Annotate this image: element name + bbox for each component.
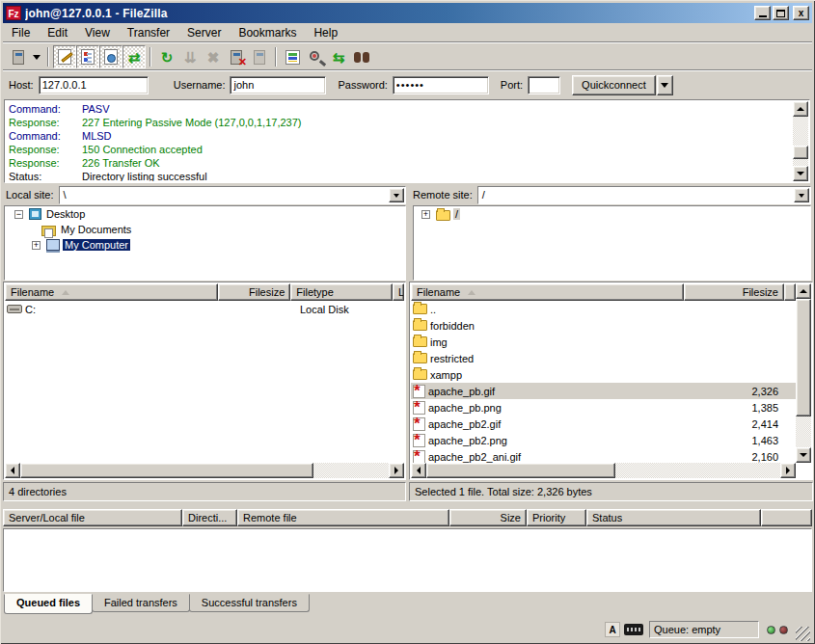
log-scrollbar[interactable]	[793, 101, 808, 181]
remote-file-row[interactable]: xampp	[411, 366, 796, 383]
column-priority[interactable]: Priority	[527, 509, 586, 526]
column-status[interactable]: Status	[586, 509, 761, 526]
scroll-right-button[interactable]	[780, 463, 796, 478]
column-last-modified[interactable]: L	[393, 283, 404, 301]
column-filename[interactable]: Filename	[5, 283, 218, 301]
remote-file-row[interactable]: apache_pb.png1,385	[411, 399, 796, 416]
arrow-down-icon	[797, 172, 804, 179]
encryption-indicator-icon	[624, 624, 643, 635]
menu-view[interactable]: View	[76, 25, 119, 40]
tab-successful-transfers[interactable]: Successful transfers	[189, 594, 310, 612]
quickconnect-button[interactable]: Quickconnect	[572, 75, 656, 95]
process-queue-button[interactable]: ⇊	[178, 45, 202, 68]
site-manager-dropdown-button[interactable]	[30, 45, 43, 68]
expand-icon[interactable]: +	[421, 210, 430, 219]
toggle-message-log-button[interactable]	[53, 45, 76, 68]
column-direction[interactable]: Directi...	[182, 509, 237, 526]
remote-file-row-selected[interactable]: apache_pb.gif2,326	[411, 383, 796, 399]
remote-list-vscrollbar[interactable]	[796, 283, 811, 463]
filesize: 2,414	[751, 418, 778, 430]
menu-file[interactable]: File	[3, 25, 39, 40]
scroll-up-button[interactable]	[796, 283, 811, 299]
toolbar-separator	[149, 47, 151, 67]
menu-help[interactable]: Help	[305, 25, 346, 40]
column-filename[interactable]: Filename	[411, 283, 684, 301]
cancel-button[interactable]: ✖	[202, 45, 225, 68]
image-file-icon	[413, 401, 425, 415]
column-size[interactable]: Size	[449, 509, 527, 526]
tab-queued-files[interactable]: Queued files	[4, 594, 93, 614]
remote-file-row[interactable]: forbidden	[411, 317, 796, 334]
remote-file-row[interactable]: img	[411, 334, 796, 350]
app-logo-icon[interactable]: Fz	[6, 6, 21, 20]
local-list-hscrollbar[interactable]	[5, 463, 404, 478]
tab-failed-transfers[interactable]: Failed transfers	[92, 594, 190, 612]
column-filler	[784, 283, 796, 301]
quickconnect-dropdown-button[interactable]	[657, 75, 673, 95]
host-input[interactable]	[39, 76, 149, 94]
refresh-button[interactable]: ↻	[155, 45, 178, 68]
quickconnect-bar: Host: Username: Password: Port: Quickcon…	[3, 73, 812, 96]
column-filesize[interactable]: Filesize	[218, 283, 290, 301]
toggle-transfer-queue-button[interactable]: ⇄	[122, 45, 146, 68]
filter-button[interactable]	[281, 45, 304, 68]
disconnect-button[interactable]: ✕	[225, 45, 248, 68]
port-label: Port:	[501, 79, 523, 91]
column-filetype[interactable]: Filetype	[290, 283, 393, 301]
titlebar: Fz john@127.0.0.1 - FileZilla x	[3, 3, 812, 23]
minimize-button[interactable]	[754, 6, 771, 20]
toolbar-separator-line	[3, 69, 812, 71]
refresh-icon: ↻	[161, 50, 174, 65]
remote-file-row[interactable]: apache_pb2.gif2,414	[411, 416, 796, 432]
queue-list[interactable]	[3, 528, 812, 592]
find-files-button[interactable]	[350, 45, 373, 68]
tree-item-root[interactable]: + /	[414, 206, 810, 222]
scrollbar-thumb[interactable]	[796, 299, 811, 416]
collapse-icon[interactable]: −	[14, 210, 23, 219]
remote-list-hscrollbar[interactable]	[411, 463, 796, 478]
local-file-row[interactable]: C: Local Disk	[5, 301, 404, 317]
remote-site-dropdown-button[interactable]	[794, 188, 809, 202]
close-button[interactable]: x	[793, 6, 809, 20]
local-site-combo[interactable]: \	[59, 186, 406, 204]
tree-item-my-documents[interactable]: My Documents	[5, 222, 405, 237]
scroll-down-button[interactable]	[796, 447, 811, 463]
menu-bookmarks[interactable]: Bookmarks	[230, 25, 305, 40]
scroll-down-button[interactable]	[793, 166, 808, 181]
scroll-left-button[interactable]	[5, 463, 20, 478]
remote-site-combo[interactable]: /	[477, 186, 811, 204]
scroll-up-button[interactable]	[793, 101, 808, 117]
scroll-right-button[interactable]	[389, 463, 404, 478]
toggle-remote-tree-button[interactable]	[99, 45, 122, 68]
tree-item-my-computer[interactable]: + My Computer	[5, 237, 405, 253]
toggle-local-tree-button[interactable]	[76, 45, 99, 68]
password-input[interactable]	[393, 76, 489, 94]
menu-server[interactable]: Server	[178, 25, 230, 40]
log-line: Command:MLSD	[9, 129, 793, 143]
remote-file-row[interactable]: apache_pb2.png1,463	[411, 432, 796, 448]
reconnect-button[interactable]	[248, 45, 271, 68]
scrollbar-thumb[interactable]	[793, 146, 808, 159]
directory-comparison-button[interactable]	[304, 45, 327, 68]
remote-file-row[interactable]: ..	[411, 301, 796, 317]
column-server-local-file[interactable]: Server/Local file	[3, 509, 182, 526]
minimize-icon	[759, 15, 767, 17]
username-input[interactable]	[230, 76, 326, 94]
resize-grip[interactable]	[796, 627, 810, 641]
site-manager-button[interactable]	[7, 45, 30, 68]
maximize-button[interactable]	[773, 6, 789, 20]
synchronized-browsing-button[interactable]: ⇆	[327, 45, 350, 68]
scrollbar-thumb[interactable]	[426, 463, 615, 478]
port-input[interactable]	[528, 76, 560, 94]
toolbar: ⇄ ↻ ⇊ ✖ ✕ ⇆	[3, 44, 812, 69]
column-remote-file[interactable]: Remote file	[237, 509, 449, 526]
tree-item-desktop[interactable]: − Desktop	[5, 206, 405, 222]
expand-icon[interactable]: +	[32, 241, 41, 250]
column-filesize[interactable]: Filesize	[684, 283, 784, 301]
scrollbar-thumb[interactable]	[20, 463, 313, 478]
menu-edit[interactable]: Edit	[39, 25, 76, 40]
local-site-dropdown-button[interactable]	[389, 188, 404, 202]
remote-file-row[interactable]: restricted	[411, 350, 796, 366]
menu-transfer[interactable]: Transfer	[119, 25, 178, 40]
scroll-left-button[interactable]	[411, 463, 426, 478]
